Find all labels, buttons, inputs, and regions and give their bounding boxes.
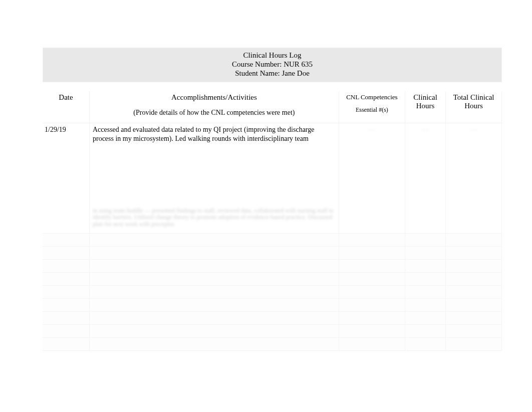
col-header-activities-main: Accomplishments/Activities (171, 93, 257, 101)
col-header-cnl-main: CNL Competencies (346, 93, 397, 101)
table-row-empty (43, 299, 502, 312)
header-course: Course Number: NUR 635 (43, 60, 501, 69)
col-header-cnl-sub: Essential #(s) (342, 106, 402, 114)
col-header-total-clinical-hours: Total Clinical Hours (446, 91, 502, 123)
table-row-empty (43, 273, 502, 286)
col-header-cnl: CNL Competencies Essential #(s) (339, 91, 405, 123)
table-header-row: Date Accomplishments/Activities (Provide… (43, 91, 502, 123)
table-row: 1/29/19 Accessed and evaluated data rela… (43, 123, 502, 234)
cell-clinical-hours: — (405, 123, 445, 234)
col-header-activities: Accomplishments/Activities (Provide deta… (89, 91, 339, 123)
table-row-empty (43, 247, 502, 260)
cell-activities: Accessed and evaluated data related to m… (89, 123, 339, 234)
log-header: Clinical Hours Log Course Number: NUR 63… (43, 48, 502, 82)
table-row-empty (43, 312, 502, 325)
header-student: Student Name: Jane Doe (43, 69, 501, 78)
table-row-empty (43, 325, 502, 338)
header-title: Clinical Hours Log (43, 51, 501, 60)
col-header-clinical-hours: Clinical Hours (405, 91, 445, 123)
cell-activities-blurred: in using team huddle — presented finding… (93, 208, 336, 228)
cell-total-clinical-hours: — (446, 123, 502, 234)
table-row-empty (43, 260, 502, 273)
col-header-date: Date (43, 91, 89, 123)
cell-date: 1/29/19 (43, 123, 89, 234)
cell-cnl: — (339, 123, 405, 234)
table-row-empty (43, 234, 502, 247)
cell-activities-clear: Accessed and evaluated data related to m… (93, 125, 336, 143)
clinical-hours-table: Date Accomplishments/Activities (Provide… (43, 91, 502, 351)
col-header-activities-sub: (Provide details of how the CNL competen… (93, 109, 336, 117)
table-row-empty (43, 286, 502, 299)
table-row-empty (43, 338, 502, 351)
